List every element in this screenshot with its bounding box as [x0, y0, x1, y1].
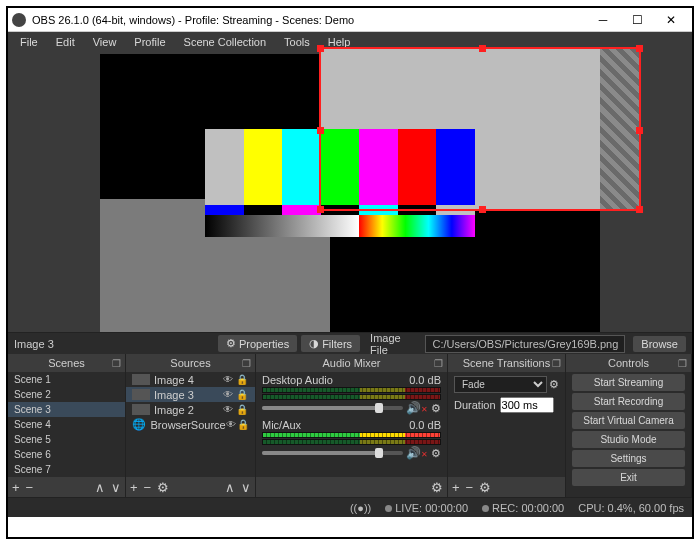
- volume-slider[interactable]: [262, 451, 403, 455]
- source-image4[interactable]: [205, 129, 475, 237]
- mixer-channel-desktop: Desktop Audio0.0 dB 🔊✕ ⚙: [256, 372, 447, 417]
- transition-settings-icon[interactable]: ⚙: [549, 378, 559, 391]
- preview-canvas[interactable]: [100, 54, 600, 332]
- scene-item[interactable]: Scene 3: [8, 402, 125, 417]
- sources-header[interactable]: Sources❐: [126, 354, 255, 372]
- popout-icon[interactable]: ❐: [242, 358, 251, 369]
- vu-meter: [262, 439, 441, 445]
- vu-meter: [262, 432, 441, 438]
- eye-icon[interactable]: 👁: [226, 419, 237, 430]
- titlebar: OBS 26.1.0 (64-bit, windows) - Profile: …: [8, 8, 692, 32]
- popout-icon[interactable]: ❐: [112, 358, 121, 369]
- out-of-bounds-indicator: [600, 48, 640, 210]
- studio-mode-button[interactable]: Studio Mode: [572, 431, 685, 448]
- menu-profile[interactable]: Profile: [126, 34, 173, 50]
- source-item[interactable]: Image 2👁🔒: [126, 402, 255, 417]
- source-properties-button[interactable]: ⚙: [157, 481, 169, 494]
- eye-icon[interactable]: 👁: [221, 389, 235, 400]
- scenes-panel: Scenes❐ Scene 1 Scene 2 Scene 3 Scene 4 …: [8, 354, 126, 497]
- gear-icon: ⚙: [226, 337, 236, 350]
- add-source-button[interactable]: +: [130, 481, 138, 494]
- mixer-channel-mic: Mic/Aux0.0 dB 🔊✕ ⚙: [256, 417, 447, 462]
- scene-down-button[interactable]: ∨: [111, 481, 121, 494]
- controls-header[interactable]: Controls❐: [566, 354, 691, 372]
- docks: Scenes❐ Scene 1 Scene 2 Scene 3 Scene 4 …: [8, 354, 692, 497]
- scene-item[interactable]: Scene 2: [8, 387, 125, 402]
- close-button[interactable]: ✕: [654, 9, 688, 31]
- transitions-panel: Scene Transitions❐ Fade ⚙ Duration + − ⚙: [448, 354, 566, 497]
- scene-item[interactable]: Scene 1: [8, 372, 125, 387]
- duration-input[interactable]: [500, 397, 554, 413]
- filters-button[interactable]: ◑Filters: [301, 335, 360, 352]
- source-item[interactable]: Image 3👁🔒: [126, 387, 255, 402]
- transitions-header[interactable]: Scene Transitions❐: [448, 354, 565, 372]
- start-streaming-button[interactable]: Start Streaming: [572, 374, 685, 391]
- cpu-status: CPU: 0.4%, 60.00 fps: [578, 502, 684, 514]
- popout-icon[interactable]: ❐: [678, 358, 687, 369]
- preview-area[interactable]: [8, 52, 692, 332]
- lock-icon[interactable]: 🔒: [237, 419, 249, 430]
- remove-scene-button[interactable]: −: [26, 481, 34, 494]
- scene-item[interactable]: Scene 4: [8, 417, 125, 432]
- channel-settings-icon[interactable]: ⚙: [431, 447, 441, 460]
- lock-icon[interactable]: 🔒: [235, 404, 249, 415]
- app-icon: [12, 13, 26, 27]
- scene-item[interactable]: Scene 6: [8, 447, 125, 462]
- sources-list[interactable]: Image 4👁🔒 Image 3👁🔒 Image 2👁🔒 🌐BrowserSo…: [126, 372, 255, 477]
- scene-item[interactable]: Scene 5: [8, 432, 125, 447]
- scenes-header[interactable]: Scenes❐: [8, 354, 125, 372]
- menu-scene-collection[interactable]: Scene Collection: [176, 34, 275, 50]
- mute-icon[interactable]: 🔊✕: [406, 401, 428, 415]
- start-virtual-camera-button[interactable]: Start Virtual Camera: [572, 412, 685, 429]
- selected-source-label: Image 3: [14, 338, 214, 350]
- volume-slider[interactable]: [262, 406, 403, 410]
- remove-transition-button[interactable]: −: [466, 481, 474, 494]
- broadcast-icon: ((●)): [350, 502, 371, 514]
- lock-icon[interactable]: 🔒: [235, 374, 249, 385]
- scenes-list[interactable]: Scene 1 Scene 2 Scene 3 Scene 4 Scene 5 …: [8, 372, 125, 477]
- menu-edit[interactable]: Edit: [48, 34, 83, 50]
- source-item[interactable]: Image 4👁🔒: [126, 372, 255, 387]
- image-path-field[interactable]: C:/Users/OBS/Pictures/Grey169B.png: [425, 335, 625, 353]
- exit-button[interactable]: Exit: [572, 469, 685, 486]
- popout-icon[interactable]: ❐: [552, 358, 561, 369]
- minimize-button[interactable]: ─: [586, 9, 620, 31]
- menu-file[interactable]: File: [12, 34, 46, 50]
- settings-button[interactable]: Settings: [572, 450, 685, 467]
- duration-label: Duration: [454, 399, 496, 411]
- rec-status: REC: 00:00:00: [482, 502, 564, 514]
- scene-item[interactable]: Scene 7: [8, 462, 125, 477]
- start-recording-button[interactable]: Start Recording: [572, 393, 685, 410]
- scene-up-button[interactable]: ∧: [95, 481, 105, 494]
- statusbar: ((●)) LIVE: 00:00:00 REC: 00:00:00 CPU: …: [8, 497, 692, 517]
- transition-select[interactable]: Fade: [454, 376, 547, 393]
- channel-settings-icon[interactable]: ⚙: [431, 402, 441, 415]
- lock-icon[interactable]: 🔒: [235, 389, 249, 400]
- source-toolbar: Image 3 ⚙Properties ◑Filters Image File …: [8, 332, 692, 354]
- globe-icon: 🌐: [132, 418, 147, 431]
- transition-properties-button[interactable]: ⚙: [479, 481, 491, 494]
- browse-button[interactable]: Browse: [633, 336, 686, 352]
- window-title: OBS 26.1.0 (64-bit, windows) - Profile: …: [32, 14, 586, 26]
- menu-tools[interactable]: Tools: [276, 34, 318, 50]
- vu-meter: [262, 394, 441, 400]
- mixer-header[interactable]: Audio Mixer❐: [256, 354, 447, 372]
- mixer-settings-button[interactable]: ⚙: [431, 481, 443, 494]
- sources-panel: Sources❐ Image 4👁🔒 Image 3👁🔒 Image 2👁🔒 🌐…: [126, 354, 256, 497]
- add-transition-button[interactable]: +: [452, 481, 460, 494]
- image-file-label: Image File: [370, 332, 417, 356]
- eye-icon[interactable]: 👁: [221, 404, 235, 415]
- add-scene-button[interactable]: +: [12, 481, 20, 494]
- source-item[interactable]: 🌐BrowserSource👁🔒: [126, 417, 255, 432]
- mute-icon[interactable]: 🔊✕: [406, 446, 428, 460]
- eye-icon[interactable]: 👁: [221, 374, 235, 385]
- source-up-button[interactable]: ∧: [225, 481, 235, 494]
- popout-icon[interactable]: ❐: [434, 358, 443, 369]
- vu-meter: [262, 387, 441, 393]
- maximize-button[interactable]: ☐: [620, 9, 654, 31]
- source-down-button[interactable]: ∨: [241, 481, 251, 494]
- remove-source-button[interactable]: −: [144, 481, 152, 494]
- menu-view[interactable]: View: [85, 34, 125, 50]
- properties-button[interactable]: ⚙Properties: [218, 335, 297, 352]
- filter-icon: ◑: [309, 337, 319, 350]
